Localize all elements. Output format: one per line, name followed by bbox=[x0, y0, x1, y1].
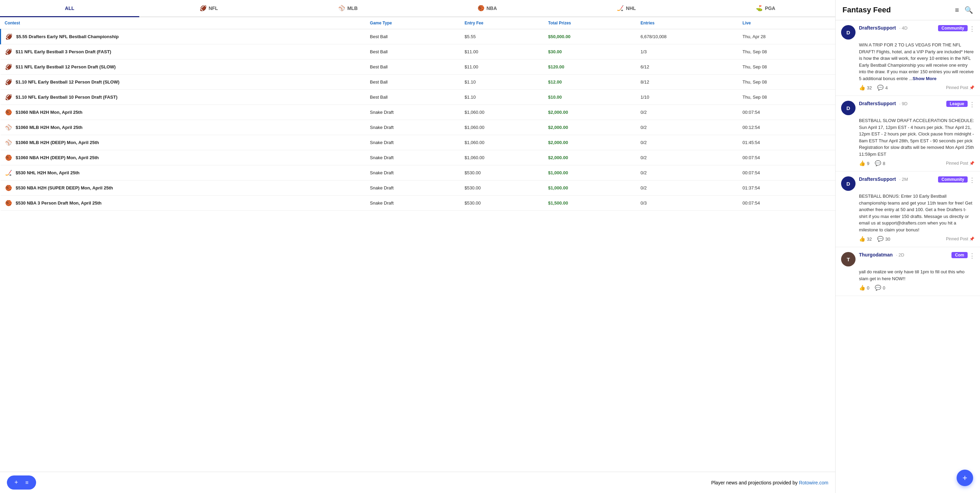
entries-cell: 0/2 bbox=[636, 180, 738, 196]
col-game-type: Game Type bbox=[366, 17, 460, 29]
contest-cell: 🏀 $530 NBA H2H (SUPER DEEP) Mon, April 2… bbox=[1, 180, 366, 196]
total-prizes-cell: $12.00 bbox=[544, 75, 636, 90]
rotowire-link[interactable]: Rotowire.com bbox=[799, 480, 828, 485]
feed-more-button[interactable]: ⋮ bbox=[969, 252, 975, 259]
nfl-icon: 🏈 bbox=[200, 5, 207, 11]
comment-count: 0 bbox=[883, 285, 885, 291]
feed-body: BESTBALL SLOW DRAFT ACCELERATION SCHEDUL… bbox=[859, 117, 975, 157]
total-prizes-cell: $1,500.00 bbox=[544, 196, 636, 211]
show-more-link[interactable]: Show More bbox=[913, 76, 936, 81]
table-row[interactable]: 🏈 $11 NFL Early Bestball 3 Person Draft … bbox=[1, 45, 835, 59]
live-cell: Thu, Sep 08 bbox=[738, 59, 835, 75]
entries-cell: 6,678/10,008 bbox=[636, 29, 738, 45]
comment-button[interactable]: 💬 8 bbox=[875, 160, 885, 166]
filter-icon: ≡ bbox=[25, 480, 29, 486]
like-button[interactable]: 👍 32 bbox=[859, 236, 872, 242]
contest-cell: 🏈 $11 NFL Early Bestball 3 Person Draft … bbox=[1, 45, 366, 59]
feed-author[interactable]: DraftersSupport bbox=[859, 25, 896, 30]
live-cell: 00:07:54 bbox=[738, 105, 835, 120]
mlb-icon: ⚾ bbox=[338, 5, 345, 11]
game-type-cell: Snake Draft bbox=[366, 105, 460, 120]
entries-cell: 1/10 bbox=[636, 90, 738, 105]
feed-actions: 👍 0 💬 0 bbox=[859, 285, 975, 291]
total-prizes-cell: $1,000.00 bbox=[544, 180, 636, 196]
tab-nba[interactable]: 🏀 NBA bbox=[417, 0, 557, 17]
like-button[interactable]: 👍 32 bbox=[859, 84, 872, 91]
sport-icon: 🏈 bbox=[5, 33, 13, 40]
total-prizes-cell: $2,000.00 bbox=[544, 150, 636, 165]
like-button[interactable]: 👍 0 bbox=[859, 285, 869, 291]
contest-name: $1060 MLB H2H Mon, April 25th bbox=[16, 125, 83, 130]
comment-button[interactable]: 💬 4 bbox=[877, 84, 888, 91]
entries-cell: 6/12 bbox=[636, 59, 738, 75]
feed-menu-button[interactable]: ≡ bbox=[955, 6, 959, 14]
feed-actions: 👍 32 💬 4 Pinned Post 📌 bbox=[859, 84, 975, 91]
contest-name: $530 NBA 3 Person Draft Mon, April 25th bbox=[16, 200, 102, 205]
feed-list: D DraftersSupport · 4D Community ⋮ WIN A… bbox=[835, 20, 980, 493]
right-panel: Fantasy Feed ≡ 🔍 D DraftersSupport · 4D … bbox=[835, 0, 980, 493]
sport-icon: 🏀 bbox=[5, 200, 13, 206]
avatar-text: D bbox=[846, 181, 850, 187]
table-row[interactable]: ⚾ $1060 MLB H2H (DEEP) Mon, April 25th S… bbox=[1, 135, 835, 150]
add-filter-button[interactable]: + ≡ bbox=[7, 476, 36, 490]
table-row[interactable]: 🏈 $5.55 Drafters Early NFL Bestball Cham… bbox=[1, 29, 835, 45]
entry-fee-cell: $1.10 bbox=[460, 90, 544, 105]
feed-time: · 9D bbox=[899, 101, 907, 106]
table-row[interactable]: 🏀 $530 NBA H2H (SUPER DEEP) Mon, April 2… bbox=[1, 180, 835, 196]
feed-avatar: D bbox=[841, 177, 856, 191]
entry-fee-cell: $5.55 bbox=[460, 29, 544, 45]
total-prizes-cell: $2,000.00 bbox=[544, 135, 636, 150]
feed-badge: Community bbox=[938, 177, 967, 183]
tab-nfl[interactable]: 🏈 NFL bbox=[139, 0, 278, 17]
tab-all[interactable]: ALL bbox=[0, 0, 139, 17]
feed-item: T Thurgodatman · 2D Com ⋮ yall do realiz… bbox=[835, 247, 980, 296]
contests-table-container: Contest Game Type Entry Fee Total Prizes… bbox=[0, 17, 835, 472]
feed-avatar: D bbox=[841, 25, 856, 40]
pga-icon: ⛳ bbox=[756, 5, 763, 11]
like-icon: 👍 bbox=[859, 160, 865, 166]
feed-header: Fantasy Feed ≡ 🔍 bbox=[835, 0, 980, 20]
feed-search-button[interactable]: 🔍 bbox=[964, 6, 973, 14]
table-row[interactable]: 🏀 $1060 NBA H2H (DEEP) Mon, April 25th S… bbox=[1, 150, 835, 165]
add-icon: + bbox=[14, 479, 18, 486]
feed-more-button[interactable]: ⋮ bbox=[969, 101, 975, 108]
feed-author[interactable]: DraftersSupport bbox=[859, 101, 896, 106]
comment-button[interactable]: 💬 0 bbox=[875, 285, 885, 291]
table-row[interactable]: 🏒 $530 NHL H2H Mon, April 25th Snake Dra… bbox=[1, 165, 835, 180]
table-row[interactable]: 🏀 $1060 NBA H2H Mon, April 25th Snake Dr… bbox=[1, 105, 835, 120]
entry-fee-cell: $1,060.00 bbox=[460, 120, 544, 135]
contest-cell: 🏈 $5.55 Drafters Early NFL Bestball Cham… bbox=[1, 29, 366, 45]
like-count: 0 bbox=[867, 285, 869, 291]
like-button[interactable]: 👍 9 bbox=[859, 160, 869, 166]
tab-nhl[interactable]: 🏒 NHL bbox=[557, 0, 696, 17]
feed-header-icons: ≡ 🔍 bbox=[955, 6, 973, 14]
table-row[interactable]: 🏈 $1.10 NFL Early Bestball 10 Person Dra… bbox=[1, 90, 835, 105]
tab-pga[interactable]: ⛳ PGA bbox=[696, 0, 835, 17]
sport-icon: 🏈 bbox=[5, 48, 13, 55]
tab-pga-label: PGA bbox=[765, 5, 775, 11]
comment-button[interactable]: 💬 30 bbox=[877, 236, 890, 242]
tab-mlb[interactable]: ⚾ MLB bbox=[278, 0, 418, 17]
feed-author[interactable]: Thurgodatman bbox=[859, 252, 892, 258]
feed-item: D DraftersSupport · 2M Community ⋮ BESTB… bbox=[835, 172, 980, 247]
table-row[interactable]: 🏀 $530 NBA 3 Person Draft Mon, April 25t… bbox=[1, 196, 835, 211]
pinned-label: Pinned Post 📌 bbox=[946, 237, 975, 241]
feed-author[interactable]: DraftersSupport bbox=[859, 177, 896, 182]
comment-icon: 💬 bbox=[875, 160, 881, 166]
feed-more-button[interactable]: ⋮ bbox=[969, 177, 975, 184]
total-prizes-cell: $2,000.00 bbox=[544, 120, 636, 135]
bottom-bar: + ≡ Player news and projections provided… bbox=[0, 472, 835, 493]
tab-all-label: ALL bbox=[65, 5, 74, 11]
col-total-prizes: Total Prizes bbox=[544, 17, 636, 29]
table-row[interactable]: 🏈 $1.10 NFL Early Bestball 12 Person Dra… bbox=[1, 75, 835, 90]
total-prizes-cell: $1,000.00 bbox=[544, 165, 636, 180]
feed-more-button[interactable]: ⋮ bbox=[969, 25, 975, 33]
feed-fab-button[interactable]: + bbox=[957, 470, 973, 486]
table-row[interactable]: ⚾ $1060 MLB H2H Mon, April 25th Snake Dr… bbox=[1, 120, 835, 135]
entries-cell: 0/3 bbox=[636, 196, 738, 211]
contest-name: $11 NFL Early Bestball 12 Person Draft (… bbox=[16, 64, 116, 70]
live-cell: 00:12:54 bbox=[738, 120, 835, 135]
entries-cell: 8/12 bbox=[636, 75, 738, 90]
entry-fee-cell: $1,060.00 bbox=[460, 105, 544, 120]
table-row[interactable]: 🏈 $11 NFL Early Bestball 12 Person Draft… bbox=[1, 59, 835, 75]
